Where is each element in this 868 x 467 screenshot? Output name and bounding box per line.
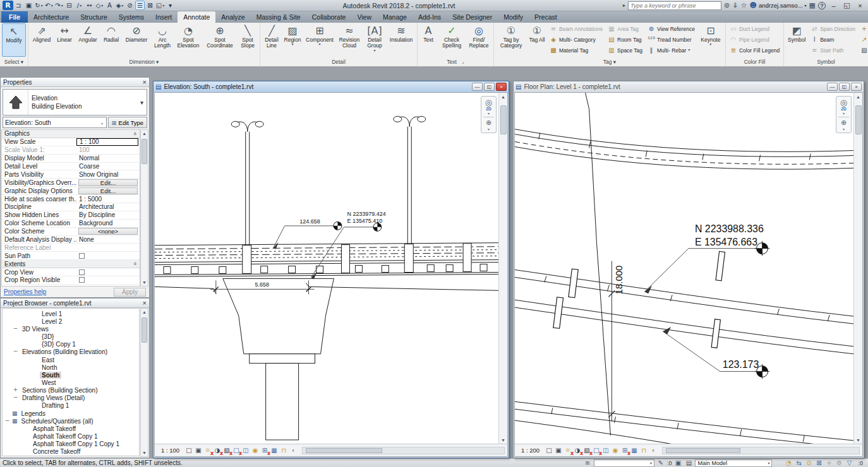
dimension-text[interactable]: 5.658 xyxy=(255,281,268,288)
crop-view-icon[interactable]: ▧ xyxy=(222,446,231,455)
close-icon[interactable]: × xyxy=(851,83,862,91)
reveal-hidden-icon[interactable]: ◉ xyxy=(611,446,620,455)
browser-item[interactable]: West xyxy=(3,379,139,386)
tag-by-category-button[interactable]: ①Tag by Category xyxy=(496,23,526,57)
checkbox[interactable] xyxy=(79,277,85,283)
panel-label-text[interactable]: Text xyxy=(447,59,457,65)
temporary-hide-icon[interactable]: ◫ xyxy=(601,446,610,455)
spot-elevation-text[interactable]: 123.173 xyxy=(723,359,759,370)
color-fill-legend-button[interactable]: ≣Color Fill Legend xyxy=(728,45,781,56)
search-input[interactable] xyxy=(628,1,721,10)
open-icon[interactable]: ⊐ xyxy=(14,1,23,10)
editing-requests-icon[interactable]: ◔ xyxy=(784,459,793,466)
detail-level-icon[interactable]: ▣ xyxy=(554,446,563,455)
spot-elevation-button[interactable]: ◔Spot Elevation xyxy=(174,23,202,57)
vertical-scrollbar[interactable]: ▲ ▼ xyxy=(853,93,862,444)
spot-coordinate-north-text[interactable]: N 2233979.424 xyxy=(347,211,385,217)
spot-coordinate-symbol[interactable] xyxy=(373,223,382,231)
property-row[interactable]: Hide at scales coarser th... 1 : 5000 xyxy=(2,195,140,203)
measure-icon[interactable]: ∕ xyxy=(75,1,84,10)
browser-item[interactable]: Asphalt Takeoff xyxy=(3,425,139,432)
visual-style-icon[interactable]: □ xyxy=(184,446,193,455)
tab-systems[interactable]: Systems xyxy=(113,11,150,23)
collapse-arrow[interactable]: ‹ xyxy=(289,446,298,455)
span-direction-button[interactable]: ⇄Span Direction xyxy=(809,23,857,34)
close-button[interactable]: × xyxy=(855,2,865,9)
property-row[interactable]: Sun Path xyxy=(2,252,140,260)
thin-lines-icon[interactable]: ☰ xyxy=(135,1,145,10)
detail-group-button[interactable]: [A]Detail Group xyxy=(363,23,386,57)
spot-slope-button[interactable]: ╲Spot Slope xyxy=(238,23,258,57)
tab-add-ins[interactable]: Add-Ins xyxy=(413,11,447,23)
aligned-dimension-button[interactable]: ⇗Aligned xyxy=(30,23,53,57)
property-row[interactable]: Graphic Display Options Edit... xyxy=(2,187,140,195)
browser-item[interactable]: North xyxy=(3,364,139,371)
tab-structure[interactable]: Structure xyxy=(75,11,113,23)
crop-region-icon[interactable]: □ xyxy=(232,446,241,455)
dialog-launcher-icon[interactable]: ⌟ xyxy=(462,59,464,64)
panel-label-symbol[interactable]: Symbol xyxy=(817,59,835,65)
worksharing-display-icon[interactable]: ⊞ xyxy=(260,446,269,455)
customize-qat-icon[interactable]: ▾ xyxy=(166,1,175,10)
property-row[interactable]: Crop Region Visible xyxy=(2,276,140,285)
steering-wheel-icon[interactable]: ◎ xyxy=(485,98,492,107)
view-scale[interactable]: 1 : 200 xyxy=(517,446,543,454)
visual-style-icon[interactable]: □ xyxy=(545,446,553,455)
pipe-legend-button[interactable]: ◠Pipe Legend xyxy=(728,34,781,45)
browser-item[interactable]: South xyxy=(3,371,139,379)
tab-precast[interactable]: Precast xyxy=(529,11,563,23)
search-icon[interactable]: ⊚ xyxy=(724,1,730,9)
chevron-down-icon[interactable]: ▾ xyxy=(137,99,147,106)
beam-symbol-button[interactable]: IBeam xyxy=(809,34,857,45)
radial-dimension-button[interactable]: ◠Radial xyxy=(101,23,121,57)
browser-item[interactable]: East xyxy=(3,356,139,364)
apply-button[interactable]: Apply xyxy=(114,288,146,297)
design-options-icon[interactable]: ▣ xyxy=(673,459,682,466)
browser-item[interactable]: Level 2 xyxy=(3,317,139,325)
temporary-hide-icon[interactable]: ◫ xyxy=(241,446,250,455)
tab-manage[interactable]: Manage xyxy=(377,11,413,23)
spot-coordinate-east-text[interactable]: E 135475.410 xyxy=(347,218,382,224)
elevation-canvas[interactable]: 5.658 124.658 xyxy=(155,93,498,444)
browser-item[interactable]: Asphalt Takeoff Copy 1 xyxy=(3,433,139,440)
tab-collaborate[interactable]: Collaborate xyxy=(306,11,352,23)
tab-insert[interactable]: Insert xyxy=(150,11,178,23)
property-row[interactable]: Color Scheme Location Background xyxy=(2,220,140,228)
view-window-title-bar[interactable]: ▤ Floor Plan: Level 1 - complete1.rvt — … xyxy=(514,81,864,92)
chevron-down-icon[interactable]: ▾ xyxy=(843,127,845,131)
browser-item[interactable]: − Drafting Views (Detail) xyxy=(3,394,139,402)
browser-item[interactable]: − ▦ Schedules/Quantities (all) xyxy=(3,417,139,425)
sync-icon[interactable]: ↻ xyxy=(34,1,44,10)
view-window-title-bar[interactable]: ▤ Elevation: South - complete1.rvt — ◱ × xyxy=(154,81,509,92)
material-tag-button[interactable]: ▩Material Tag xyxy=(548,45,605,56)
settings-icon[interactable]: ⚙ xyxy=(835,459,843,466)
panel-label-dimension[interactable]: Dimension ▾ xyxy=(130,59,159,65)
property-row[interactable]: Color Scheme <none> xyxy=(2,228,140,236)
property-row[interactable]: Show Hidden Lines By Discipline xyxy=(2,211,140,220)
fabric-symbol-button[interactable]: ▧Fabric xyxy=(859,45,868,56)
browser-item[interactable]: Drafting 1 xyxy=(3,402,139,410)
section-icon[interactable]: ⊘ xyxy=(125,1,135,10)
shadows-icon[interactable]: ◑ xyxy=(213,446,222,455)
property-row[interactable]: Default Analysis Display ... None xyxy=(2,236,140,244)
tab-modify[interactable]: Modify xyxy=(498,11,529,23)
steering-wheel-icon[interactable]: ◎ xyxy=(840,98,847,107)
browser-item[interactable]: ▦ Legends xyxy=(3,410,139,417)
restore-button[interactable]: ◱ xyxy=(841,1,852,9)
property-row[interactable]: Extents xyxy=(2,260,140,268)
tab-massing-site[interactable]: Massing & Site xyxy=(251,11,306,23)
browser-item[interactable]: − 3D Views xyxy=(3,325,139,333)
property-row[interactable]: Reference Label xyxy=(2,244,140,252)
spot-coordinate-button[interactable]: ⊕Spot Coordinate xyxy=(203,23,236,57)
property-row[interactable]: Parts Visibility Show Original xyxy=(2,170,140,179)
view-reference-button[interactable]: ⊚View Reference xyxy=(646,23,697,34)
properties-scrollbar[interactable]: ▲ ▼ xyxy=(140,129,148,287)
duct-legend-button[interactable]: ▭Duct Legend xyxy=(728,23,781,34)
property-row[interactable]: Graphics xyxy=(2,130,140,138)
panel-label-color-fill[interactable]: Color Fill xyxy=(744,59,766,65)
type-selector[interactable]: Elevation Building Elevation ▾ xyxy=(3,89,147,115)
restore-button[interactable]: ◱ xyxy=(839,83,850,91)
browser-item[interactable]: {3D} Copy 1 xyxy=(3,341,139,348)
panel-label-tag[interactable]: Tag ▾ xyxy=(603,59,616,65)
account-menu[interactable]: ☻ andrzej.samso... ▾ xyxy=(749,1,806,9)
